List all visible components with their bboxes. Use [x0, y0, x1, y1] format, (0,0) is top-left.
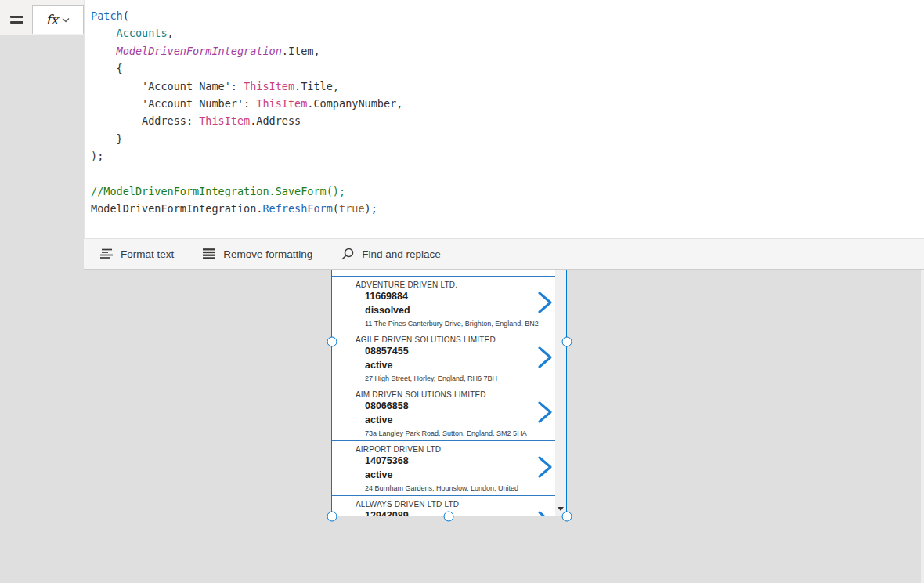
code-line[interactable]: 'Account Name': ThisItem.Title,: [91, 78, 924, 95]
code-token: RefreshForm: [262, 202, 332, 215]
chevron-right-icon[interactable]: [538, 292, 553, 317]
power-apps-studio-canvas: fx Patch( Accounts, ModelDrivenFormInteg…: [0, 0, 924, 583]
code-token: .Item,: [282, 45, 320, 57]
selection-handle-bottom-left[interactable]: [327, 511, 337, 521]
code-token: {: [91, 62, 123, 74]
company-name: AIRPORT DRIVEN LTD: [356, 445, 441, 454]
formula-toolbar: Format text Remove formatting Find and r…: [84, 238, 924, 270]
chevron-down-icon: [62, 17, 70, 23]
code-line[interactable]: {: [91, 60, 924, 77]
code-token: 'Account Name':: [91, 80, 244, 92]
gallery-scrollbar[interactable]: [555, 270, 566, 516]
code-token: );: [91, 150, 103, 162]
selection-handle-bottom-center[interactable]: [444, 511, 454, 521]
chevron-right-icon[interactable]: [538, 456, 553, 481]
company-number: 12943089: [365, 510, 409, 516]
company-name: ALLWAYS DRIVEN LTD LTD: [356, 500, 459, 509]
gallery-items: ADVENTURE DRIVEN LTD.11669884dissolved11…: [332, 270, 555, 516]
code-line[interactable]: 'Account Number': ThisItem.CompanyNumber…: [91, 95, 924, 112]
code-token: //ModelDrivenFormIntegration.SaveForm();: [91, 185, 345, 197]
company-number: 14075368: [365, 455, 409, 466]
remove-formatting-label: Remove formatting: [223, 248, 312, 260]
code-token: );: [365, 202, 377, 215]
code-line[interactable]: Address: ThisItem.Address: [91, 112, 924, 129]
gallery-item[interactable]: AIM DRIVEN SOLUTIONS LIMITED08066858acti…: [332, 386, 555, 440]
accounts-gallery[interactable]: ADVENTURE DRIVEN LTD.11669884dissolved11…: [331, 270, 567, 516]
selection-handle-mid-right[interactable]: [561, 337, 572, 347]
code-token: ModelDrivenFormIntegration: [117, 45, 282, 57]
code-token: (: [333, 202, 339, 215]
code-token: }: [91, 132, 123, 145]
code-token: ModelDrivenFormIntegration.: [91, 202, 262, 215]
remove-formatting-button[interactable]: Remove formatting: [202, 248, 312, 260]
selection-handle-mid-left[interactable]: [327, 337, 337, 347]
code-token: .CompanyNumber,: [307, 97, 402, 110]
code-line[interactable]: ModelDrivenFormIntegration.RefreshForm(t…: [91, 200, 924, 217]
code-token: ThisItem: [244, 80, 294, 92]
fx-dropdown-button[interactable]: fx: [32, 5, 84, 34]
code-line[interactable]: ModelDrivenFormIntegration.Item,: [91, 42, 924, 60]
code-token: Patch: [91, 9, 123, 22]
company-name: AGILE DRIVEN SOLUTIONS LIMITED: [356, 335, 496, 344]
chevron-right-icon[interactable]: [538, 401, 553, 426]
company-status: active: [365, 469, 392, 480]
code-token: Accounts: [117, 27, 168, 39]
company-name: AIM DRIVEN SOLUTIONS LIMITED: [356, 390, 486, 399]
company-number: 08857455: [365, 346, 409, 357]
equals-bar: [10, 16, 23, 18]
code-token: [91, 27, 117, 39]
company-number: 08066858: [365, 400, 409, 411]
remove-formatting-icon: [202, 248, 216, 260]
company-status: dissolved: [365, 305, 410, 316]
company-address: 24 Burnham Gardens, Hounslow, London, Un…: [365, 484, 518, 492]
format-text-icon: [99, 248, 114, 260]
chevron-right-icon[interactable]: [538, 511, 553, 516]
company-status: active: [365, 415, 392, 425]
company-address: 11 The Pines Canterbury Drive, Brighton,…: [365, 320, 539, 328]
code-token: Address:: [91, 114, 199, 127]
code-line[interactable]: Accounts,: [91, 24, 924, 42]
code-line[interactable]: //ModelDrivenFormIntegration.SaveForm();: [91, 183, 924, 200]
code-token: .Title,: [294, 80, 339, 92]
company-address: 27 High Street, Horley, England, RH6 7BH: [365, 375, 497, 382]
find-and-replace-button[interactable]: Find and replace: [341, 248, 441, 261]
company-name: ADVENTURE DRIVEN LTD.: [356, 281, 457, 289]
code-line[interactable]: [91, 165, 924, 183]
equals-icon: [10, 16, 23, 24]
code-token: ThisItem: [199, 114, 250, 127]
gallery-item[interactable]: ADVENTURE DRIVEN LTD.11669884dissolved11…: [332, 276, 555, 331]
code-line[interactable]: }: [91, 130, 924, 147]
code-line[interactable]: Patch(: [91, 7, 924, 24]
window-scrollbar[interactable]: [921, 270, 924, 583]
code-token: [91, 45, 117, 57]
company-address: 73a Langley Park Road, Sutton, England, …: [365, 429, 527, 437]
scroll-down-arrow-icon[interactable]: [558, 507, 564, 511]
gallery-item[interactable]: AIRPORT DRIVEN LTD14075368active24 Burnh…: [332, 440, 555, 495]
formula-code[interactable]: Patch( Accounts, ModelDrivenFormIntegrat…: [85, 0, 924, 218]
code-line[interactable]: );: [91, 147, 924, 165]
format-text-label: Format text: [121, 248, 174, 260]
search-icon: [341, 248, 355, 261]
code-token: ThisItem: [256, 97, 307, 110]
code-token: 'Account Number':: [91, 97, 256, 110]
company-status: active: [365, 360, 392, 371]
chevron-right-icon[interactable]: [538, 346, 553, 371]
formula-bar-header: fx: [0, 0, 84, 35]
format-text-button[interactable]: Format text: [99, 248, 174, 260]
gallery-item-partial: [332, 270, 555, 276]
equals-bar: [10, 21, 23, 24]
selection-handle-bottom-right[interactable]: [561, 511, 572, 521]
code-token: true: [339, 202, 365, 215]
fx-label: fx: [46, 13, 59, 27]
find-and-replace-label: Find and replace: [362, 248, 441, 260]
code-token: (: [123, 9, 129, 22]
formula-editor[interactable]: Patch( Accounts, ModelDrivenFormIntegrat…: [84, 0, 924, 238]
gallery-item[interactable]: AGILE DRIVEN SOLUTIONS LIMITED08857455ac…: [332, 331, 555, 386]
company-number: 11669884: [365, 291, 408, 302]
code-token: ,: [168, 27, 174, 39]
code-token: .Address: [250, 114, 301, 127]
